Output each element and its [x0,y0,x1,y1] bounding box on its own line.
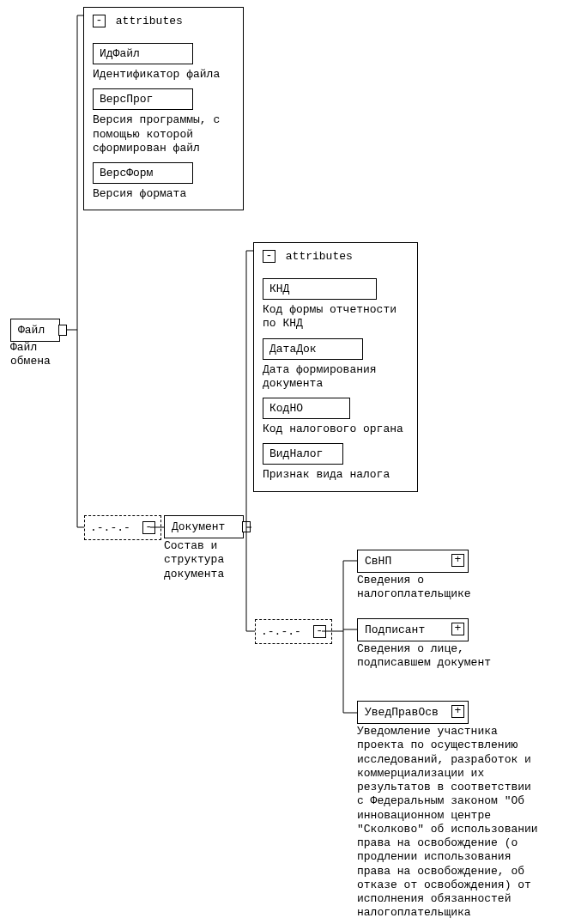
connectors [0,0,563,924]
